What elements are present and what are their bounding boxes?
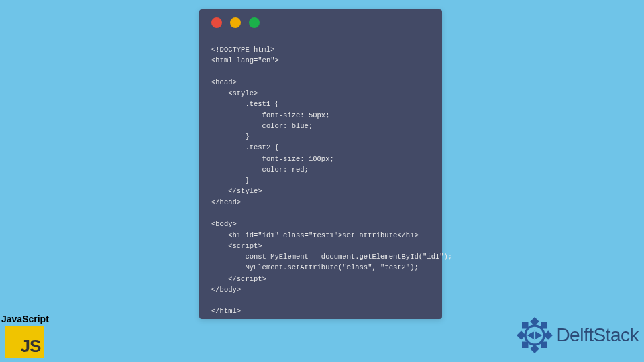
close-dot-icon bbox=[211, 17, 222, 28]
code-block: <!DOCTYPE html> <html lang="en"> <head> … bbox=[199, 36, 442, 325]
js-logo-text: JS bbox=[21, 336, 41, 357]
minimize-dot-icon bbox=[230, 17, 241, 28]
javascript-badge: JavaScript JS bbox=[1, 314, 49, 358]
gear-icon bbox=[516, 316, 553, 354]
delftstack-badge: DelftStack bbox=[516, 316, 639, 354]
code-window: <!DOCTYPE html> <html lang="en"> <head> … bbox=[199, 9, 442, 319]
delftstack-brand-text: DelftStack bbox=[556, 324, 639, 346]
js-logo-icon: JS bbox=[5, 326, 44, 358]
window-titlebar bbox=[199, 9, 442, 36]
javascript-label: JavaScript bbox=[1, 314, 49, 324]
maximize-dot-icon bbox=[249, 17, 260, 28]
